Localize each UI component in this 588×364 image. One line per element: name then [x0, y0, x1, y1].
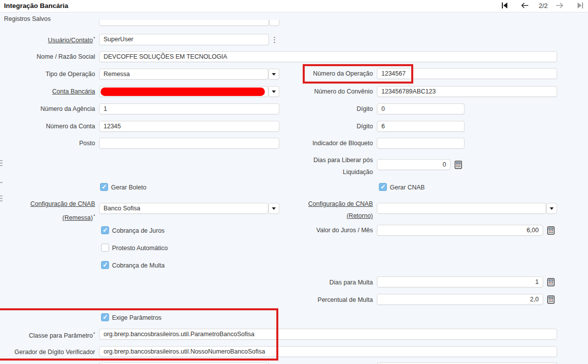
calculator-icon[interactable]: [547, 226, 555, 235]
clipped-field-button[interactable]: [269, 20, 279, 26]
kebab-icon: ⋮: [271, 35, 278, 44]
dias-liberar-field[interactable]: 0: [377, 159, 451, 170]
nome-razao-social-field[interactable]: DEVCOFFE SOLUÇÕES EM TECNOLOGIA: [99, 51, 557, 62]
checkbox-label-gerar-boleto: Gerar Boleto: [111, 184, 146, 191]
check-icon: ✓: [103, 261, 108, 269]
classe-parametro-field[interactable]: org.brerp.bancosbrasileiros.util.Paramet…: [99, 329, 557, 340]
field-label-digito-agencia: Dígito: [249, 105, 373, 112]
field-label-nome-razao-social: Nome / Razão Social: [0, 53, 95, 60]
field-label-percentual-multa: Percentual de Multa: [249, 296, 373, 303]
record-menu-button[interactable]: ⋮: [271, 35, 278, 44]
arrow-left-icon: [521, 2, 529, 10]
field-label-posto: Posto: [0, 140, 95, 147]
field-label-dias-multa: Dias para Multa: [249, 279, 373, 286]
dias-multa-field[interactable]: 1: [377, 276, 543, 287]
exige-parametros-checkbox[interactable]: ✓: [101, 313, 109, 321]
field-label-dias-liberar: Dias para Liberar pós Liquidação: [249, 154, 373, 178]
first-record-icon: [501, 2, 508, 10]
field-label-gerador-digito: Gerador de Dígito Verificador: [0, 349, 95, 356]
field-label-usuario-contato[interactable]: Usuário/Contato*: [0, 36, 95, 44]
window-header: Integração Bancária 2/2: [0, 0, 588, 12]
redaction-overlay: [101, 88, 265, 96]
first-record-button[interactable]: [499, 1, 509, 10]
field-label-tipo-operacao: Tipo de Operação: [0, 71, 95, 78]
checkbox-label-cobranca-juros: Cobrança de Juros: [112, 227, 165, 234]
required-marker: *: [93, 36, 95, 41]
field-label-numero-operacao: Número da Operação: [249, 70, 373, 77]
previous-record-button[interactable]: [520, 1, 530, 10]
gerar-boleto-checkbox[interactable]: ✓: [100, 183, 108, 191]
next-record-button[interactable]: [555, 1, 565, 10]
field-label-config-cnab-remessa[interactable]: Configuração de CNAB (Remessa)*: [0, 198, 95, 224]
page-title: Integração Bancária: [4, 2, 68, 9]
field-label-indicador-bloqueto: Indicador de Bloqueto: [249, 140, 373, 147]
percentual-multa-field[interactable]: 2,0: [377, 294, 543, 305]
check-icon: ✓: [103, 313, 108, 321]
required-marker: *: [93, 331, 95, 336]
config-cnab-retorno-select[interactable]: [377, 203, 546, 214]
dropdown-arrow-icon: [550, 207, 554, 210]
field-label-numero-convenio: Número do Convênio: [249, 88, 373, 95]
tab-saved-records[interactable]: Registros Salvos: [4, 15, 51, 22]
config-cnab-remessa-select[interactable]: Banco Sofisa: [99, 203, 268, 214]
tipo-operacao-select[interactable]: Remessa: [99, 69, 268, 80]
config-cnab-retorno-dropdown-button[interactable]: [546, 203, 557, 214]
digito-agencia-field[interactable]: 0: [377, 103, 465, 114]
arrow-right-icon: [556, 2, 564, 10]
panel-grip-icon[interactable]: [0, 160, 2, 168]
field-label-valor-juros: Valor do Juros / Mês: [249, 227, 373, 234]
record-indicator: 2/2: [535, 2, 552, 9]
panel-grip-icon[interactable]: [0, 182, 2, 184]
checkbox-label-cobranca-multa: Cobrança de Multa: [112, 262, 165, 269]
cobranca-multa-checkbox[interactable]: ✓: [101, 261, 109, 269]
field-label-numero-agencia: Número da Agência: [0, 105, 95, 112]
field-label-classe-parametro: Classe para Parâmetro*: [0, 331, 95, 339]
field-label-digito-conta: Dígito: [249, 123, 373, 130]
field-label-numero-conta: Número da Conta: [0, 123, 95, 130]
numero-operacao-field[interactable]: 1234567: [377, 68, 557, 79]
calculator-icon[interactable]: [547, 295, 555, 304]
protesto-automatico-checkbox[interactable]: [101, 244, 109, 252]
window-integracao-bancaria: Integração Bancária 2/2 Registros Salvos: [0, 0, 588, 364]
last-record-icon: [577, 2, 584, 10]
digito-conta-field[interactable]: 6: [377, 121, 465, 132]
gerar-cnab-checkbox[interactable]: ✓: [379, 183, 387, 191]
calculator-icon[interactable]: [455, 161, 462, 169]
check-icon: ✓: [103, 226, 108, 234]
cobranca-juros-checkbox[interactable]: ✓: [101, 226, 109, 234]
calculator-icon[interactable]: [547, 278, 555, 286]
clipped-field[interactable]: [99, 20, 269, 26]
checkbox-label-protesto-automatico: Protesto Automático: [112, 245, 168, 252]
checkbox-label-gerar-cnab: Gerar CNAB: [390, 184, 425, 191]
field-label-config-cnab-retorno[interactable]: Configuração de CNAB (Retorno): [249, 198, 373, 222]
last-record-button[interactable]: [575, 1, 585, 10]
field-label-conta-bancaria[interactable]: Conta Bancária: [0, 88, 95, 95]
gerador-digito-field[interactable]: org.brerp.bancosbrasileiros.util.NossoNu…: [99, 346, 557, 357]
checkbox-label-exige-parametros: Exige Parâmetros: [112, 314, 161, 321]
valor-juros-field[interactable]: 6,00: [377, 225, 543, 236]
numero-convenio-field[interactable]: 123456789ABC123: [377, 86, 557, 97]
usuario-contato-field[interactable]: SuperUser: [99, 34, 269, 45]
required-marker: *: [93, 210, 95, 222]
indicador-bloqueto-field[interactable]: [377, 138, 465, 149]
check-icon: ✓: [380, 183, 386, 190]
check-icon: ✓: [102, 183, 107, 190]
